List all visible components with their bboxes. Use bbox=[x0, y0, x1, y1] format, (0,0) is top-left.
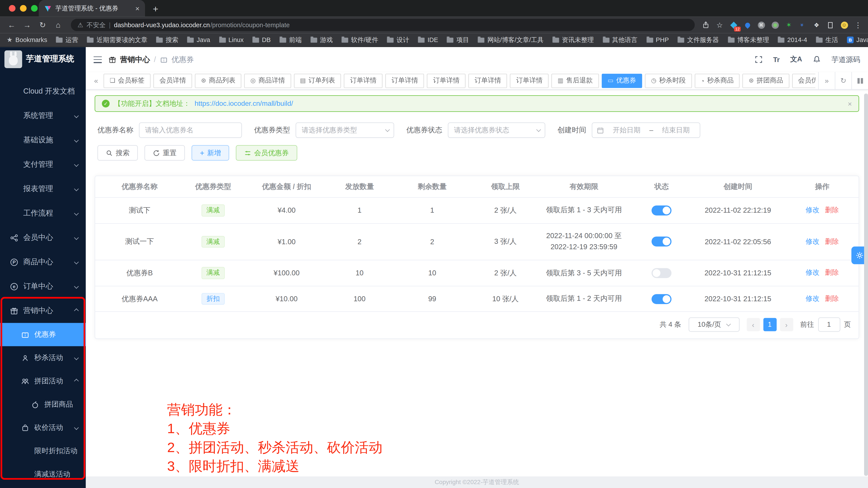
edit-link[interactable]: 修改 bbox=[806, 269, 819, 277]
page-tab[interactable]: 订单详情 bbox=[510, 74, 549, 88]
extension-recorder-icon[interactable] bbox=[771, 21, 779, 29]
delete-link[interactable]: 删除 bbox=[825, 295, 839, 303]
forward-icon[interactable]: → bbox=[21, 21, 33, 29]
bookmark-item[interactable]: Linux bbox=[219, 36, 244, 44]
bookmark-item[interactable]: DB bbox=[252, 36, 271, 44]
delete-link[interactable]: 删除 bbox=[825, 269, 839, 277]
sidebar-menu-item[interactable]: 基础设施 bbox=[0, 128, 86, 152]
edit-link[interactable]: 修改 bbox=[806, 295, 819, 303]
minimize-window-button[interactable] bbox=[20, 5, 27, 12]
page-tab[interactable]: 会员详情 bbox=[153, 74, 192, 88]
extension-diamond-icon[interactable]: 12 bbox=[729, 21, 738, 29]
start-date-placeholder[interactable]: 开始日期 bbox=[607, 125, 646, 135]
page-tab[interactable]: ▤ 订单列表 bbox=[294, 74, 341, 88]
layout-columns-icon[interactable] bbox=[851, 72, 868, 89]
goto-page-input[interactable] bbox=[818, 318, 840, 332]
share-icon[interactable] bbox=[702, 21, 710, 29]
status-toggle[interactable] bbox=[652, 237, 672, 247]
font-size-icon[interactable]: Tr bbox=[773, 56, 780, 63]
next-page-button[interactable]: › bbox=[780, 318, 793, 332]
bookmark-item[interactable]: 软件/硬件 bbox=[342, 36, 378, 44]
sidebar-menu-item[interactable]: 系统管理 bbox=[0, 104, 86, 128]
bookmark-item[interactable]: 设计 bbox=[387, 36, 409, 44]
tabs-scroll-right-icon[interactable]: » bbox=[818, 72, 835, 89]
current-page-button[interactable]: 1 bbox=[763, 318, 776, 332]
delete-link[interactable]: 删除 bbox=[825, 237, 839, 245]
bookmark-item[interactable]: 游戏 bbox=[310, 36, 333, 44]
sidebar-menu-item[interactable]: Cloud 开发文档 bbox=[0, 79, 86, 104]
sidebar-menu-item[interactable]: 满减送活动 bbox=[0, 462, 86, 486]
bookmark-item[interactable]: 项目 bbox=[447, 36, 469, 44]
window-controls[interactable] bbox=[9, 5, 38, 12]
sidebar-menu-item[interactable]: 工作流程 bbox=[0, 201, 86, 226]
bookmark-item[interactable]: 近期需要读的文章 bbox=[87, 36, 148, 44]
bookmark-item[interactable]: 生活 bbox=[816, 36, 838, 44]
coupon-name-input[interactable] bbox=[139, 122, 242, 138]
page-tab[interactable]: 订单详情 bbox=[385, 74, 424, 88]
refresh-page-icon[interactable]: ↻ bbox=[835, 72, 851, 89]
sidebar-menu-item[interactable]: 秒杀活动 bbox=[0, 346, 86, 370]
breadcrumb-section[interactable]: 营销中心 bbox=[120, 55, 150, 65]
sidebar-menu-item[interactable]: 报表管理 bbox=[0, 177, 86, 201]
bookmark-item[interactable]: PHP bbox=[646, 36, 669, 44]
browser-tab[interactable]: 芋道管理系统 - 优惠券 × bbox=[39, 0, 145, 17]
status-toggle[interactable] bbox=[652, 294, 672, 304]
home-icon[interactable]: ⌂ bbox=[52, 21, 64, 29]
sidebar-menu-item[interactable]: 拼团活动 bbox=[0, 369, 86, 393]
prev-page-button[interactable]: ‹ bbox=[746, 318, 760, 332]
edit-link[interactable]: 修改 bbox=[806, 237, 819, 245]
page-size-select[interactable]: 10条/页 bbox=[688, 318, 739, 332]
current-user-name[interactable]: 芋道源码 bbox=[832, 55, 860, 65]
new-tab-button[interactable]: + bbox=[153, 2, 158, 17]
address-bar[interactable]: ⚠ 不安全 | dashboard-vue3.yudao.iocoder.cn … bbox=[71, 19, 695, 31]
bookmark-item[interactable]: 前端 bbox=[280, 36, 302, 44]
profile-avatar[interactable]: ☺ bbox=[840, 21, 849, 29]
extensions-puzzle-icon[interactable]: ❖ bbox=[812, 21, 821, 29]
page-tab[interactable]: 会员优惠券 bbox=[792, 74, 815, 88]
bookmark-item[interactable]: B Java开发 | 小组首... bbox=[847, 36, 868, 44]
notification-bell-icon[interactable] bbox=[812, 55, 821, 63]
page-tab[interactable]: ⊛ 拼团商品 bbox=[743, 74, 789, 88]
close-window-button[interactable] bbox=[9, 5, 16, 12]
member-coupon-button[interactable]: 会员优惠券 bbox=[236, 145, 297, 161]
page-tab[interactable]: 订单详情 bbox=[344, 74, 383, 88]
bookmark-item[interactable]: 网站/博客/文章/工具 bbox=[478, 36, 544, 44]
search-button[interactable]: 搜索 bbox=[97, 145, 138, 161]
tab-close-icon[interactable]: × bbox=[135, 4, 140, 12]
sidebar-menu-item[interactable]: 优惠券 bbox=[0, 323, 86, 346]
zoom-window-button[interactable] bbox=[31, 5, 38, 12]
sidebar-menu-item[interactable]: 订单中心 bbox=[0, 274, 86, 298]
app-logo-row[interactable]: 芋道管理系统 bbox=[0, 47, 86, 71]
bookmark-item[interactable]: Java bbox=[187, 36, 210, 44]
page-tab[interactable]: ▭ 优惠券 bbox=[602, 74, 642, 88]
fullscreen-icon[interactable] bbox=[754, 55, 763, 63]
page-scrollbar[interactable] bbox=[864, 89, 868, 488]
bookmark-item[interactable]: 博客未整理 bbox=[728, 36, 769, 44]
reload-icon[interactable]: ↻ bbox=[36, 21, 49, 29]
locale-icon[interactable]: 文A bbox=[790, 55, 802, 64]
create-button[interactable]: + 新增 bbox=[192, 145, 229, 161]
alert-close-icon[interactable]: × bbox=[848, 99, 852, 108]
status-toggle[interactable] bbox=[652, 268, 672, 278]
bookmarks-root[interactable]: ★ Bookmarks bbox=[7, 36, 48, 44]
bookmark-item[interactable]: 搜索 bbox=[156, 36, 179, 44]
sidebar-menu-item[interactable]: 会员中心 bbox=[0, 226, 86, 250]
sidebar-menu-item[interactable]: 支付管理 bbox=[0, 152, 86, 177]
browser-menu-icon[interactable]: ⋮ bbox=[854, 21, 863, 29]
page-tab[interactable]: 订单详情 bbox=[427, 74, 466, 88]
end-date-placeholder[interactable]: 结束日期 bbox=[656, 125, 695, 135]
edit-link[interactable]: 修改 bbox=[806, 206, 819, 214]
bookmark-item[interactable]: 其他语言 bbox=[602, 36, 637, 44]
coupon-status-select[interactable]: 请选择优惠券状态 bbox=[448, 122, 545, 138]
tabs-scroll-left-icon[interactable]: « bbox=[91, 77, 101, 85]
page-tab[interactable]: ◎ 商品详情 bbox=[244, 74, 291, 88]
collapse-sidebar-icon[interactable] bbox=[93, 56, 102, 63]
bookmark-item[interactable]: 2014-4 bbox=[778, 36, 807, 44]
extension-chevrons-icon[interactable]: » bbox=[798, 21, 807, 29]
bookmark-item[interactable]: 运营 bbox=[56, 36, 78, 44]
extension-pin-icon[interactable] bbox=[743, 21, 752, 29]
alert-doc-link[interactable]: https://doc.iocoder.cn/mall/build/ bbox=[195, 100, 293, 108]
bookmark-item[interactable]: 文件服务器 bbox=[678, 36, 719, 44]
scrollbar-thumb[interactable] bbox=[864, 94, 868, 476]
page-tab[interactable]: ▥ 售后退款 bbox=[552, 74, 599, 88]
